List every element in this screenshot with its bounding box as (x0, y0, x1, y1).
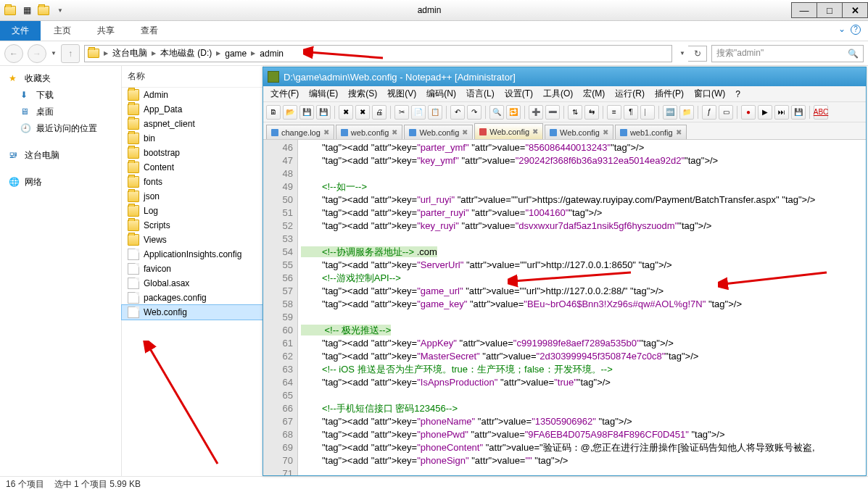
menu-item[interactable]: 编码(N) (422, 86, 460, 101)
file-row[interactable]: ApplicationInsights.config (122, 247, 263, 262)
tab-close-icon[interactable]: ✖ (676, 128, 682, 136)
address-history-icon[interactable]: ▼ (677, 50, 688, 57)
menu-item[interactable]: 宏(M) (579, 86, 609, 101)
zoom-in-button[interactable]: ➕ (529, 105, 543, 120)
menu-item[interactable]: 工具(O) (539, 86, 577, 101)
print-button[interactable]: 🖨 (372, 105, 387, 120)
nav-desktop[interactable]: 🖥桌面 (3, 104, 118, 120)
npp-editor[interactable]: 46 47 48 49 50 51 52 53 54 55 56 57 58 5… (263, 140, 866, 475)
nav-up-button[interactable]: ↑ (61, 44, 80, 63)
menu-item[interactable]: 运行(R) (611, 86, 649, 101)
doc-map-button[interactable]: ▭ (719, 105, 733, 120)
save-button[interactable]: 💾 (299, 105, 314, 120)
file-row[interactable]: Admin (122, 88, 263, 102)
play-macro-button[interactable]: ▶ (758, 105, 772, 120)
nav-back-button[interactable]: ← (4, 44, 23, 63)
editor-tab[interactable]: web1.config✖ (615, 125, 687, 139)
editor-tab[interactable]: Web.config✖ (474, 123, 543, 139)
save-macro-button[interactable]: 💾 (791, 105, 806, 120)
paste-button[interactable]: 📋 (428, 105, 442, 120)
file-row[interactable]: Scripts (122, 218, 263, 233)
file-row[interactable]: Log (122, 204, 263, 218)
ribbon-file-tab[interactable]: 文件 (0, 21, 41, 41)
tab-close-icon[interactable]: ✖ (323, 128, 329, 136)
show-all-button[interactable]: ¶ (624, 105, 638, 120)
file-row[interactable]: App_Data (122, 102, 263, 117)
tab-close-icon[interactable]: ✖ (532, 128, 538, 135)
ribbon-expand-icon[interactable]: ⌄ ? (831, 21, 868, 41)
save-all-button[interactable]: 💾 (316, 105, 331, 120)
editor-tab[interactable]: web.config✖ (336, 125, 403, 139)
menu-item[interactable]: 插件(P) (650, 86, 688, 101)
nav-history-icon[interactable]: ▼ (51, 50, 57, 57)
ribbon-view-tab[interactable]: 查看 (128, 21, 171, 41)
chevron-right-icon[interactable]: ▶ (215, 50, 222, 57)
record-macro-button[interactable]: ● (741, 105, 756, 120)
minimize-button[interactable]: — (791, 2, 817, 18)
properties-icon[interactable]: ▦ (20, 4, 33, 17)
nav-forward-button[interactable]: → (28, 44, 46, 63)
fast-forward-button[interactable]: ⏭ (774, 105, 789, 120)
indent-guide-button[interactable]: ⎸ (640, 105, 655, 120)
address-bar[interactable]: ▶ 这台电脑 ▶ 本地磁盘 (D:) ▶ game ▶ admin (84, 45, 672, 62)
open-file-button[interactable]: 📂 (283, 105, 297, 120)
breadcrumb[interactable]: 本地磁盘 (D:) (160, 47, 212, 59)
ribbon-home-tab[interactable]: 主页 (41, 21, 84, 41)
tab-close-icon[interactable]: ✖ (603, 128, 608, 136)
tab-close-icon[interactable]: ✖ (392, 128, 397, 136)
menu-item[interactable]: ? (731, 88, 745, 101)
breadcrumb[interactable]: game (225, 49, 247, 59)
menu-item[interactable]: 文件(F) (266, 86, 303, 101)
nav-thispc[interactable]: 🖳这台电脑 (3, 147, 118, 164)
file-row[interactable]: json (122, 189, 263, 204)
file-row[interactable]: bin (122, 131, 263, 146)
npp-titlebar[interactable]: D:\game\admin\Web.config - Notepad++ [Ad… (263, 67, 866, 86)
func-list-button[interactable]: ƒ (702, 105, 716, 120)
file-row[interactable]: fonts (122, 175, 263, 189)
breadcrumb[interactable]: 这台电脑 (112, 47, 147, 59)
tab-close-icon[interactable]: ✖ (462, 128, 468, 136)
editor-tab[interactable]: Web.config✖ (404, 125, 473, 139)
menu-item[interactable]: 编辑(E) (305, 86, 342, 101)
breadcrumb[interactable]: admin (260, 49, 284, 59)
menu-item[interactable]: 窗口(W) (690, 86, 729, 101)
menu-item[interactable]: 语言(L) (462, 86, 499, 101)
chevron-right-icon[interactable]: ▶ (150, 50, 157, 57)
menu-item[interactable]: 视图(V) (383, 86, 421, 101)
editor-tab[interactable]: change.log✖ (266, 125, 334, 139)
editor-tab[interactable]: Web.config✖ (545, 125, 613, 139)
menu-item[interactable]: 设置(T) (500, 86, 537, 101)
file-row[interactable]: aspnet_client (122, 117, 263, 131)
replace-button[interactable]: 🔁 (506, 105, 521, 120)
close-button[interactable]: ✖ (339, 105, 353, 120)
maximize-button[interactable]: □ (817, 2, 843, 18)
file-row[interactable]: bootstrap (122, 146, 263, 160)
undo-button[interactable]: ↶ (450, 105, 465, 120)
file-row[interactable]: Views (122, 233, 263, 247)
file-row[interactable]: Web.config (122, 305, 263, 320)
cut-button[interactable]: ✂ (394, 105, 409, 120)
find-button[interactable]: 🔍 (489, 105, 504, 120)
search-input[interactable]: 搜索"admin"🔍 (711, 45, 864, 62)
ribbon-share-tab[interactable]: 共享 (84, 21, 128, 41)
sync-h-button[interactable]: ⇆ (584, 105, 599, 120)
zoom-out-button[interactable]: ➖ (545, 105, 560, 120)
new-file-button[interactable]: 🗎 (266, 105, 281, 120)
nav-recent[interactable]: 🕘最近访问的位置 (3, 120, 118, 137)
folder-view-button[interactable]: 📁 (679, 105, 694, 120)
copy-button[interactable]: 📄 (411, 105, 426, 120)
chevron-right-icon[interactable]: ▶ (102, 50, 109, 57)
menu-item[interactable]: 搜索(S) (344, 86, 381, 101)
spellcheck-button[interactable]: ABC (814, 105, 828, 120)
nav-downloads[interactable]: ⬇下载 (3, 87, 118, 104)
dropdown-icon[interactable]: ▼ (54, 4, 67, 17)
open-icon[interactable] (38, 6, 49, 15)
file-row[interactable]: Global.asax (122, 276, 263, 291)
nav-favorites[interactable]: ★收藏夹 (3, 70, 118, 87)
refresh-button[interactable]: ↻ (688, 46, 707, 62)
chevron-right-icon[interactable]: ▶ (249, 50, 257, 57)
redo-button[interactable]: ↷ (467, 105, 481, 120)
file-row[interactable]: favicon (122, 262, 263, 276)
file-row[interactable]: packages.config (122, 291, 263, 305)
sync-v-button[interactable]: ⇅ (568, 105, 582, 120)
